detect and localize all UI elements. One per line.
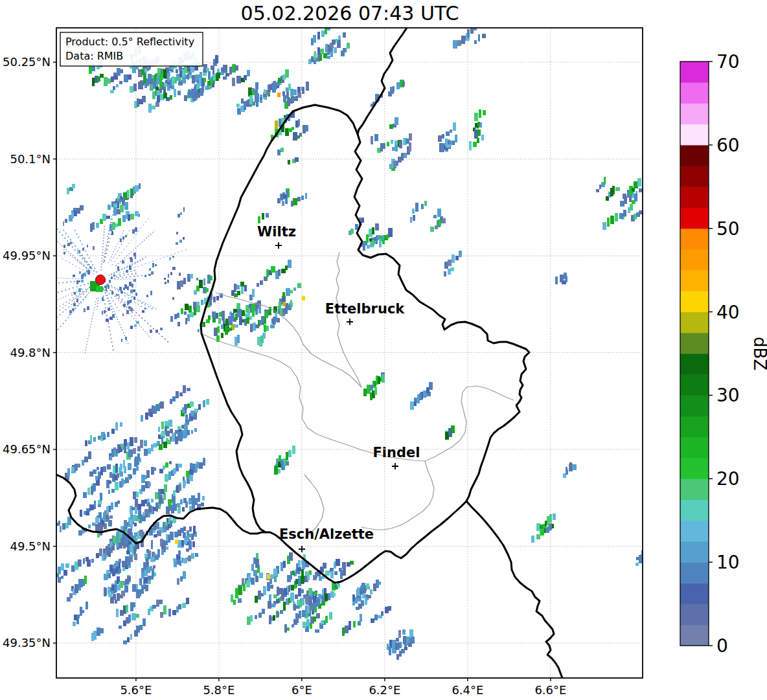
city-marker-ettelbruck: Ettelbruck [325, 301, 406, 325]
colorbar-segment [680, 103, 709, 124]
colorbar-segment [680, 500, 709, 521]
city-cross-icon [275, 242, 282, 249]
city-label: Ettelbruck [325, 301, 406, 317]
city-marker-findel: Findel [373, 445, 420, 469]
city-label: Esch/Alzette [279, 526, 374, 542]
colorbar-segment [680, 333, 709, 354]
colorbar-segment [680, 479, 709, 500]
colorbar-segment [680, 562, 709, 583]
echo-layer [49, 21, 654, 660]
info-product-line: Product: 0.5° Reflectivity [65, 36, 194, 48]
colorbar-tick-label: 20 [716, 468, 740, 490]
colorbar-tick-label: 40 [716, 302, 740, 323]
district-borders [201, 253, 514, 537]
colorbar-segment [680, 374, 709, 396]
colorbar-segment [680, 229, 709, 250]
colorbar-segment [680, 208, 709, 229]
product-info-box: Product: 0.5° Reflectivity Data: RMIB [60, 32, 203, 66]
colorbar: 010203040506070 [680, 51, 740, 657]
axis-tick-labels: 50.25°N50.1°N49.95°N49.8°N49.65°N49.5°N4… [3, 55, 566, 697]
lat-tick-label: 49.5°N [10, 539, 51, 553]
lat-tick-label: 49.65°N [3, 442, 51, 456]
colorbar-segment [680, 312, 709, 333]
colorbar-tick-label: 0 [716, 635, 728, 657]
colorbar-segment [680, 145, 709, 166]
lon-tick-label: 6.2°E [369, 683, 400, 697]
city-cross-icon [299, 546, 305, 552]
colorbar-segment [680, 541, 709, 563]
colorbar-segment [680, 166, 709, 187]
lon-tick-label: 6.4°E [452, 683, 483, 697]
city-cross-icon [392, 463, 398, 469]
colorbar-segment [680, 521, 709, 542]
lat-tick-label: 49.35°N [3, 636, 51, 649]
lon-tick-label: 5.6°E [120, 683, 152, 697]
colorbar-tick-label: 30 [716, 385, 740, 406]
lon-tick-label: 6.6°E [534, 683, 566, 697]
colorbar-segment [680, 291, 709, 312]
colorbar-tick-label: 50 [716, 218, 740, 240]
colorbar-tick-label: 70 [716, 51, 740, 73]
map-plot-area [23, 21, 654, 678]
map-canvas: 05.02.2026 07:43 UTC 50.25°N50.1°N49.95°… [0, 0, 767, 700]
colorbar-segment [680, 82, 709, 104]
info-data-line: Data: RMIB [65, 50, 123, 62]
city-cross-icon [347, 319, 353, 325]
colorbar-segment [680, 583, 709, 604]
radar-dot [96, 275, 106, 285]
colorbar-tick-label: 10 [716, 552, 740, 573]
colorbar-segment [680, 270, 709, 291]
colorbar-segment [680, 416, 709, 438]
lat-tick-label: 50.1°N [10, 152, 51, 166]
lon-tick-label: 6°E [292, 683, 312, 697]
colorbar-segment [680, 604, 709, 626]
colorbar-segment [680, 625, 709, 646]
lon-tick-label: 5.8°E [203, 683, 235, 697]
colorbar-segment [680, 437, 709, 458]
page-title: 05.02.2026 07:43 UTC [241, 2, 459, 25]
radar-reflectivity-map: 05.02.2026 07:43 UTC 50.25°N50.1°N49.95°… [0, 0, 767, 700]
colorbar-segment [680, 249, 709, 271]
lat-tick-label: 50.25°N [3, 55, 51, 69]
city-marker-wiltz: Wiltz [257, 224, 296, 249]
city-label: Findel [373, 445, 420, 460]
city-marker-esch-alzette: Esch/Alzette [279, 526, 374, 552]
lat-tick-label: 49.8°N [10, 346, 51, 359]
lat-tick-label: 49.95°N [3, 249, 51, 262]
city-label: Wiltz [257, 224, 296, 240]
colorbar-segment [680, 124, 709, 146]
colorbar-unit-label: dBZ [750, 337, 767, 370]
colorbar-segment [680, 62, 709, 83]
colorbar-segment [680, 354, 709, 375]
colorbar-segment [680, 458, 709, 479]
radar-spokes [23, 198, 189, 354]
colorbar-tick-label: 60 [716, 135, 740, 156]
colorbar-segment [680, 186, 709, 208]
colorbar-segment [680, 395, 709, 416]
radar-site [90, 275, 106, 293]
